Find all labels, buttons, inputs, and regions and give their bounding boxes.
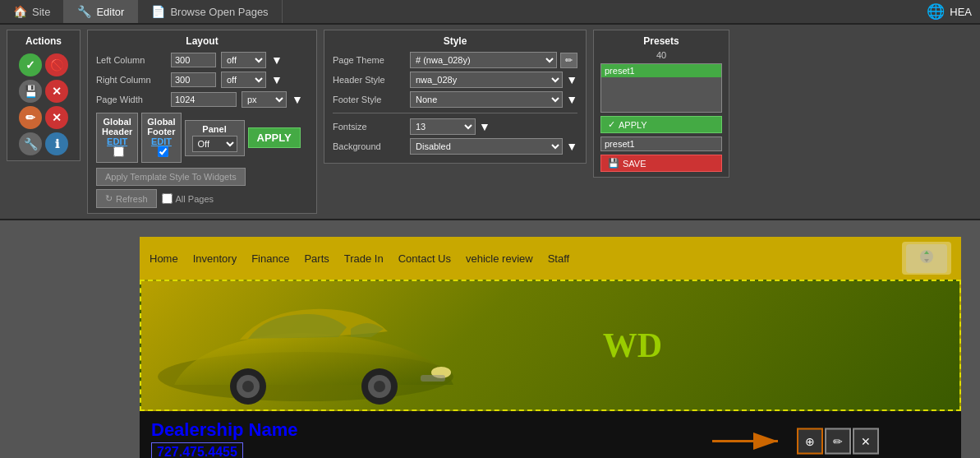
browse-icon: 📄 [151,5,165,18]
global-header-edit[interactable]: EDIT [102,136,132,146]
nav-staff[interactable]: Staff [548,252,570,265]
actions-title: Actions [25,35,62,47]
global-header-block[interactable]: GlobalHeader EDIT [96,113,138,163]
footer-style-arrow: ▼ [566,93,577,106]
save-button[interactable]: 💾 [19,80,42,103]
layout-panel: Layout Left Column offon ▼ Right Column … [87,30,317,214]
nav-vehicle-review[interactable]: vehicle review [466,252,533,265]
hero-car-svg [141,286,486,409]
site-icon: 🏠 [13,5,27,18]
presets-save-button[interactable]: 💾 SAVE [600,155,722,172]
panel-select[interactable]: OffOn [192,136,237,152]
refresh-icon: ↻ [105,193,113,204]
page-theme-row: Page Theme # (nwa_028y) ✏ [333,52,577,68]
tab-browse-label: Browse Open Pages [170,6,268,18]
actions-row-2: 💾 ✕ [19,80,68,103]
preview-inner: Home Inventory Finance Parts Trade In Co… [140,237,961,458]
actions-panel: Actions ✓ 🚫 💾 ✕ ✏ ✕ 🔧 ℹ [7,30,81,161]
apply-button[interactable]: APPLY [248,127,301,148]
global-header-label: GlobalHeader [102,117,132,136]
nav-map-widget [902,242,951,275]
fontsize-label: Fontsize [333,122,407,132]
delete-button[interactable]: ✕ [45,106,68,129]
presets-save-icon: 💾 [608,158,619,169]
refresh-row: ↻ Refresh All Pages [96,189,308,208]
page-width-row: Page Width px% ▼ [96,91,308,108]
info-button[interactable]: ℹ [45,132,68,155]
edit-icon-button[interactable]: ✏ [825,428,851,454]
nav-inventory[interactable]: Inventory [193,252,237,265]
right-column-select[interactable]: offon [221,72,266,88]
dealer-name: Dealership Name [151,419,298,441]
tab-site-label: Site [32,6,50,18]
page-width-input[interactable] [171,92,237,107]
editor-icon: 🔧 [77,5,91,18]
header-style-arrow: ▼ [566,73,577,86]
presets-name-input[interactable] [600,136,722,151]
edit-button[interactable]: ✏ [19,106,42,129]
confirm-button[interactable]: ✓ [19,53,42,76]
all-pages-checkbox[interactable] [162,193,173,204]
arrow-svg [708,427,790,456]
theme-edit-button[interactable]: ✏ [560,53,577,68]
global-header-checkbox[interactable] [113,146,124,157]
background-row: Background DisabledEnabled ▼ [333,138,577,155]
all-pages-row: All Pages [162,193,214,204]
presets-save-label: SAVE [623,159,646,169]
dealer-info-text: Dealership Name 727.475.4455 [151,419,298,458]
toolbar: Actions ✓ 🚫 💾 ✕ ✏ ✕ 🔧 ℹ Layout Left Colu… [0,25,980,220]
nav-finance[interactable]: Finance [251,252,289,265]
nav-tradein[interactable]: Trade In [344,252,384,265]
dealer-info: Dealership Name 727.475.4455 ⊕ ✏ [140,411,961,458]
settings-button[interactable]: 🔧 [19,132,42,155]
preset-item[interactable]: preset1 [601,64,721,77]
header-style-select[interactable]: nwa_028y [410,72,563,88]
global-footer-edit[interactable]: EDIT [147,136,175,146]
page-width-arrow: ▼ [292,93,303,106]
nav-contact[interactable]: Contact Us [398,252,451,265]
left-column-select[interactable]: offon [221,52,266,68]
preview-area: Home Inventory Finance Parts Trade In Co… [0,220,980,458]
arrow-container: ⊕ ✏ ✕ [708,427,879,456]
apply-template-button[interactable]: Apply Template Style To Widgets [96,168,246,186]
presets-apply-check: ✓ [608,119,615,130]
action-icons: ⊕ ✏ ✕ [797,428,879,454]
refresh-button[interactable]: ↻ Refresh [96,189,157,208]
background-select[interactable]: DisabledEnabled [410,138,563,155]
footer-style-select[interactable]: None [410,91,563,108]
right-column-input[interactable] [171,72,216,87]
move-icon-button[interactable]: ⊕ [797,428,823,454]
tab-editor[interactable]: 🔧 Editor [64,0,138,23]
fontsize-select[interactable]: 13 [410,118,476,135]
page-width-label: Page Width [96,95,166,104]
left-column-input[interactable] [171,53,216,67]
global-footer-block[interactable]: GlobalFooter EDIT [141,113,181,163]
remove-icon-button[interactable]: ✕ [853,428,879,454]
presets-list[interactable]: preset1 [600,63,722,113]
global-footer-checkbox[interactable] [158,146,168,157]
cancel-button[interactable]: ✕ [45,80,68,103]
footer-style-row: Footer Style None ▼ [333,91,577,108]
nav-parts[interactable]: Parts [304,252,329,265]
top-right-label: HEA [950,6,972,18]
actions-row-3: ✏ ✕ [19,106,68,129]
right-column-row: Right Column offon ▼ [96,72,308,88]
presets-apply-button[interactable]: ✓ APPLY [600,116,722,133]
style-panel: Style Page Theme # (nwa_028y) ✏ Header S… [324,30,587,164]
layout-title: Layout [96,35,308,47]
nav-home[interactable]: Home [150,252,178,265]
page-width-select[interactable]: px% [242,91,287,108]
nav-bar: Home Inventory Finance Parts Trade In Co… [140,237,961,280]
left-column-arrow: ▼ [271,53,283,67]
left-column-label: Left Column [96,55,166,65]
tab-browse[interactable]: 📄 Browse Open Pages [138,0,282,23]
tab-site[interactable]: 🏠 Site [0,0,64,23]
apply-row: Apply Template Style To Widgets [96,168,308,186]
disable-button[interactable]: 🚫 [45,53,68,76]
svg-point-10 [374,381,385,392]
dealer-phone: 727.475.4455 [151,442,243,458]
page-theme-select[interactable]: # (nwa_028y) [410,52,557,68]
top-right-section: 🌐 HEA [927,0,980,23]
right-column-arrow: ▼ [271,73,283,86]
refresh-label: Refresh [116,194,148,204]
